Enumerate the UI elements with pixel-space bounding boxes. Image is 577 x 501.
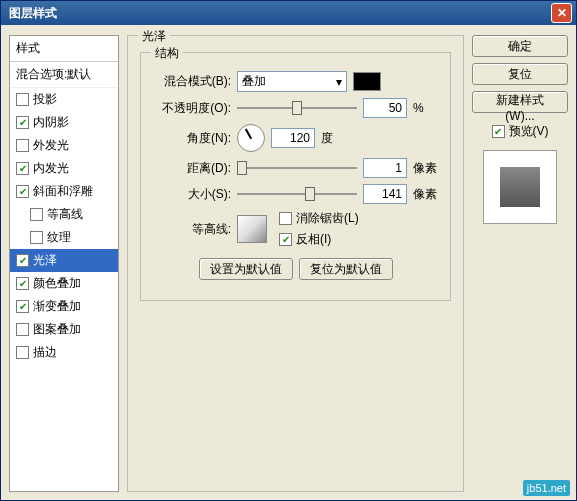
angle-label: 角度(N): — [151, 130, 231, 147]
preview-checkbox[interactable] — [492, 125, 505, 138]
opacity-unit: % — [413, 101, 424, 115]
angle-dial[interactable] — [237, 124, 265, 152]
style-checkbox[interactable] — [16, 185, 29, 198]
invert-checkbox[interactable] — [279, 233, 292, 246]
style-label: 等高线 — [47, 206, 83, 223]
opacity-slider[interactable] — [237, 100, 357, 116]
style-label: 光泽 — [33, 252, 57, 269]
ok-button[interactable]: 确定 — [472, 35, 568, 57]
size-value[interactable]: 141 — [363, 184, 407, 204]
color-swatch[interactable] — [353, 72, 381, 91]
preview-toggle[interactable]: 预览(V) — [472, 123, 568, 140]
chevron-down-icon: ▾ — [336, 75, 342, 89]
antialias-checkbox[interactable] — [279, 212, 292, 225]
style-label: 图案叠加 — [33, 321, 81, 338]
style-checkbox[interactable] — [16, 162, 29, 175]
style-item-3[interactable]: 内发光 — [10, 157, 118, 180]
size-unit: 像素 — [413, 186, 437, 203]
angle-unit: 度 — [321, 130, 333, 147]
styles-sidebar: 样式 混合选项:默认 投影内阴影外发光内发光斜面和浮雕等高线纹理光泽颜色叠加渐变… — [9, 35, 119, 492]
style-checkbox[interactable] — [16, 300, 29, 313]
style-label: 投影 — [33, 91, 57, 108]
style-label: 斜面和浮雕 — [33, 183, 93, 200]
style-item-6[interactable]: 纹理 — [10, 226, 118, 249]
size-label: 大小(S): — [151, 186, 231, 203]
cancel-button[interactable]: 复位 — [472, 63, 568, 85]
invert-label: 反相(I) — [296, 231, 331, 248]
window-title: 图层样式 — [9, 5, 57, 22]
style-item-4[interactable]: 斜面和浮雕 — [10, 180, 118, 203]
style-item-8[interactable]: 颜色叠加 — [10, 272, 118, 295]
style-item-5[interactable]: 等高线 — [10, 203, 118, 226]
style-label: 渐变叠加 — [33, 298, 81, 315]
styles-header: 样式 — [10, 36, 118, 62]
blend-options-header[interactable]: 混合选项:默认 — [10, 62, 118, 88]
style-item-7[interactable]: 光泽 — [10, 249, 118, 272]
size-slider[interactable] — [237, 186, 357, 202]
antialias-label: 消除锯齿(L) — [296, 210, 359, 227]
style-item-9[interactable]: 渐变叠加 — [10, 295, 118, 318]
contour-label: 等高线: — [151, 221, 231, 238]
antialias-option[interactable]: 消除锯齿(L) — [279, 210, 359, 227]
layer-style-dialog: 图层样式 ✕ 样式 混合选项:默认 投影内阴影外发光内发光斜面和浮雕等高线纹理光… — [0, 0, 577, 501]
dialog-buttons: 确定 复位 新建样式(W)... 预览(V) — [472, 35, 568, 492]
style-item-10[interactable]: 图案叠加 — [10, 318, 118, 341]
titlebar: 图层样式 ✕ — [1, 1, 576, 25]
style-item-2[interactable]: 外发光 — [10, 134, 118, 157]
style-checkbox[interactable] — [16, 277, 29, 290]
distance-unit: 像素 — [413, 160, 437, 177]
style-checkbox[interactable] — [16, 254, 29, 267]
blend-mode-value: 叠加 — [242, 73, 266, 90]
preview-swatch — [500, 167, 540, 207]
preview-box — [483, 150, 557, 224]
style-checkbox[interactable] — [30, 208, 43, 221]
style-checkbox[interactable] — [16, 139, 29, 152]
style-label: 内阴影 — [33, 114, 69, 131]
watermark: jb51.net — [523, 480, 570, 496]
reset-default-button[interactable]: 复位为默认值 — [299, 258, 393, 280]
distance-slider[interactable] — [237, 160, 357, 176]
contour-picker[interactable] — [237, 215, 267, 243]
style-checkbox[interactable] — [16, 93, 29, 106]
blend-mode-select[interactable]: 叠加 ▾ — [237, 71, 347, 92]
effect-settings: 光泽 结构 混合模式(B): 叠加 ▾ 不透明度(O): 5 — [127, 35, 464, 492]
style-label: 描边 — [33, 344, 57, 361]
opacity-value[interactable]: 50 — [363, 98, 407, 118]
style-item-1[interactable]: 内阴影 — [10, 111, 118, 134]
structure-title: 结构 — [151, 45, 183, 62]
style-item-0[interactable]: 投影 — [10, 88, 118, 111]
distance-value[interactable]: 1 — [363, 158, 407, 178]
close-icon: ✕ — [557, 6, 567, 20]
style-label: 纹理 — [47, 229, 71, 246]
panel-title: 光泽 — [138, 28, 170, 45]
style-label: 外发光 — [33, 137, 69, 154]
style-item-11[interactable]: 描边 — [10, 341, 118, 364]
blend-mode-label: 混合模式(B): — [151, 73, 231, 90]
new-style-button[interactable]: 新建样式(W)... — [472, 91, 568, 113]
distance-label: 距离(D): — [151, 160, 231, 177]
style-label: 内发光 — [33, 160, 69, 177]
opacity-label: 不透明度(O): — [151, 100, 231, 117]
style-checkbox[interactable] — [16, 116, 29, 129]
style-checkbox[interactable] — [16, 346, 29, 359]
style-label: 颜色叠加 — [33, 275, 81, 292]
style-checkbox[interactable] — [16, 323, 29, 336]
invert-option[interactable]: 反相(I) — [279, 231, 359, 248]
make-default-button[interactable]: 设置为默认值 — [199, 258, 293, 280]
preview-label: 预览(V) — [509, 123, 549, 140]
style-checkbox[interactable] — [30, 231, 43, 244]
close-button[interactable]: ✕ — [551, 3, 572, 23]
angle-value[interactable]: 120 — [271, 128, 315, 148]
